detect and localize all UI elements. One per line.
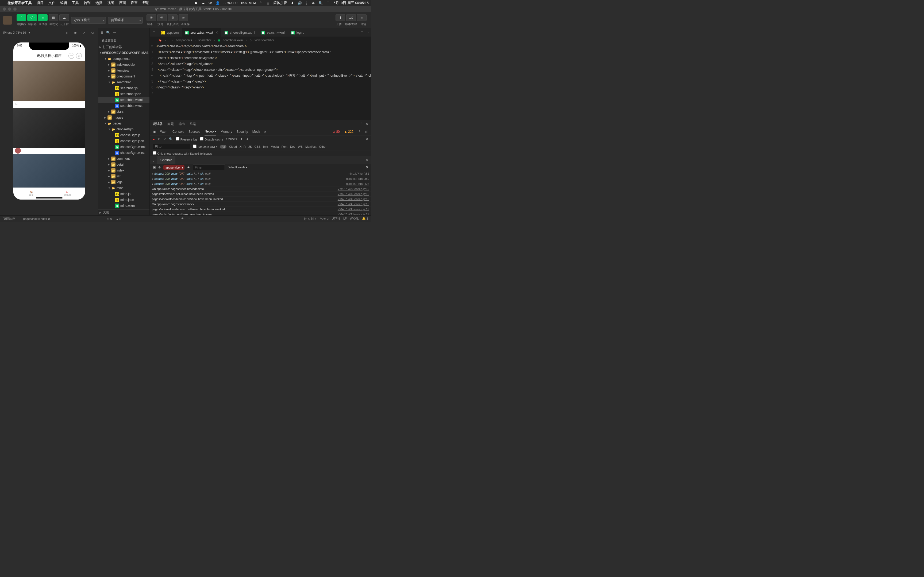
type-all[interactable]: All	[220, 145, 226, 148]
tab-wxml[interactable]: Wxml	[160, 130, 168, 134]
notification-bell[interactable]: 🔔 1	[362, 217, 368, 221]
tree-item[interactable]: ▶📁detail	[99, 162, 149, 168]
tree-item[interactable]: ▶📁logs	[99, 179, 149, 185]
tree-item[interactable]: {}searchbar.json	[99, 91, 149, 97]
tree-item[interactable]: JSsearchbar.js	[99, 85, 149, 91]
tab-split-icon[interactable]: ◫	[360, 31, 363, 34]
tree-item[interactable]: ▶📁onecomment	[99, 73, 149, 79]
editor-tab[interactable]: ▣login.	[288, 28, 307, 37]
editor-tab[interactable]: ▣searchbar.wxml✕	[182, 28, 221, 37]
video-card[interactable]	[13, 108, 85, 148]
video-card[interactable]	[13, 61, 85, 101]
eject-icon[interactable]: ⏏	[312, 1, 315, 5]
inspect-icon[interactable]: ▣	[153, 130, 156, 134]
tab-terminal[interactable]: 终端	[190, 122, 196, 126]
drawer-more-icon[interactable]: ⋮	[150, 158, 157, 162]
video-feed[interactable]: ku hi123	[13, 61, 85, 187]
log-line[interactable]: On app route: pages/index/indexVM437 WAS…	[150, 201, 372, 207]
type-media[interactable]: Media	[271, 145, 279, 148]
tree-item[interactable]: ≡searchbar.wxss	[99, 103, 149, 109]
console-log-output[interactable]: ▸ {status: 200, msg: "OK", data: {…}, ok…	[150, 171, 372, 215]
grid-icon[interactable]: ⊞	[267, 1, 270, 5]
network-filter-input[interactable]	[153, 144, 191, 149]
log-line[interactable]: pages/videoinfo/videoinfo: onShow have b…	[150, 197, 372, 201]
disable-cache[interactable]: Disable cache	[200, 137, 223, 141]
bluetooth-icon[interactable]: ᛒ	[305, 1, 308, 5]
tab-mock[interactable]: Mock	[252, 130, 260, 134]
tab-debugger[interactable]: 调试器	[153, 122, 163, 126]
editor-tab[interactable]: {}app.json	[158, 28, 182, 37]
warnings-count[interactable]: ▲ 0	[116, 218, 121, 221]
cursor-pos[interactable]: 行 7, 列 8	[304, 217, 316, 221]
samesite-filter[interactable]: Only show requests with SameSite issues	[153, 151, 212, 155]
search-icon[interactable]: 🔍	[169, 137, 173, 141]
log-line[interactable]: pages/videoinfo/videoinfo: onUnload have…	[150, 207, 372, 212]
eye-icon[interactable]: 👁	[187, 166, 190, 169]
menu-goto[interactable]: 转到	[84, 0, 90, 5]
errors-count[interactable]: ⊘ 0	[107, 217, 112, 221]
project-root[interactable]: ▼AWESOMEVIDEOWXAPP-MAS...	[99, 50, 149, 56]
log-line[interactable]: ▸ {status: 200, msg: "OK", data: {…}, ok…	[150, 171, 372, 176]
search-icon[interactable]: 🔍	[318, 1, 323, 5]
menu-file[interactable]: 文件	[48, 0, 55, 5]
type-font[interactable]: Font	[281, 145, 288, 148]
tree-item[interactable]: ▼📂pages	[99, 121, 149, 126]
type-xhr[interactable]: XHR	[239, 145, 246, 148]
record-icon[interactable]: ●	[153, 137, 155, 141]
tree-item[interactable]: ▼📂chooseBgm	[99, 126, 149, 132]
editor-tab[interactable]: ▣chooseBgm.wxml	[221, 28, 258, 37]
volume-icon[interactable]: 🔊	[297, 1, 302, 5]
tree-item[interactable]: ▶📁images	[99, 114, 149, 121]
download-har-icon[interactable]: ⬇	[246, 137, 249, 141]
tab-more-icon[interactable]: »	[264, 130, 266, 134]
explorer-menu-icon[interactable]: ☰	[100, 31, 103, 34]
preview-button[interactable]: 👁	[157, 14, 167, 21]
tree-item[interactable]: ▶📁indexmodule	[99, 62, 149, 68]
dt-dock-icon[interactable]: ◫	[365, 130, 368, 134]
record-icon[interactable]: ⏺	[194, 1, 197, 5]
menu-select[interactable]: 选择	[95, 0, 102, 5]
video-card[interactable]	[13, 154, 85, 187]
phone-simulator[interactable]: 0:05 100% ▮ 电影赏析小程序 ⋯ ◎ ku hi123	[13, 42, 85, 200]
sim-share-icon[interactable]: ↗	[81, 31, 87, 34]
type-css[interactable]: CSS	[255, 145, 261, 148]
drawer-close-icon[interactable]: ✕	[365, 158, 372, 162]
dt-more-icon[interactable]: ⋮	[358, 130, 361, 134]
explorer-search-icon[interactable]: 🔍	[106, 31, 110, 34]
detail-button[interactable]: ≡	[357, 14, 367, 21]
menu-help[interactable]: 帮助	[142, 0, 149, 5]
device-select[interactable]: iPhone X 75% 16	[3, 31, 26, 34]
menu-settings[interactable]: 设置	[131, 0, 138, 5]
eye-icon[interactable]: 👁	[181, 217, 184, 221]
menu-view[interactable]: 视图	[107, 0, 114, 5]
hide-data-urls[interactable]: Hide data URLs	[193, 145, 217, 148]
menu-interface[interactable]: 界面	[119, 0, 126, 5]
clock-icon[interactable]: ⏱	[259, 1, 263, 5]
tree-item[interactable]: ▼📂mine	[99, 185, 149, 191]
open-editors-section[interactable]: ▶打开的编辑器 ⋯	[99, 44, 149, 50]
tab-network[interactable]: Network	[205, 128, 216, 135]
notif-icon[interactable]: 👤	[215, 1, 220, 5]
compile-button[interactable]: ⟳	[147, 14, 156, 21]
more-icon[interactable]: ⋯	[187, 217, 191, 221]
console-sidebar-icon[interactable]: ▣	[153, 166, 156, 169]
tab-memory[interactable]: Memory	[221, 130, 232, 134]
tree-item[interactable]: ▶📁itemview	[99, 68, 149, 73]
simulator-button[interactable]: ▯	[16, 14, 26, 21]
tree-item[interactable]: JSchooseBgm.js	[99, 132, 149, 138]
explorer-more-icon[interactable]: ⋯	[113, 31, 116, 34]
traffic-lights[interactable]	[3, 8, 16, 11]
sim-copy-icon[interactable]: ⧉	[90, 31, 95, 34]
preserve-log[interactable]: Preserve log	[176, 137, 197, 141]
type-other[interactable]: Other	[319, 145, 327, 148]
tab-problems[interactable]: 问题	[167, 122, 174, 126]
real-device-button[interactable]: ⚙	[168, 14, 178, 21]
clear-cache-button[interactable]: ≋	[179, 14, 188, 21]
mode-select[interactable]: 小程序模式	[71, 17, 106, 24]
filter-icon[interactable]: ▽	[164, 137, 166, 141]
download-icon[interactable]: ⬇	[291, 1, 294, 5]
dt-collapse-icon[interactable]: ⌃	[360, 122, 363, 126]
type-js[interactable]: JS	[249, 145, 252, 148]
type-manifest[interactable]: Manifest	[305, 145, 317, 148]
tab-console[interactable]: Console	[173, 130, 184, 134]
